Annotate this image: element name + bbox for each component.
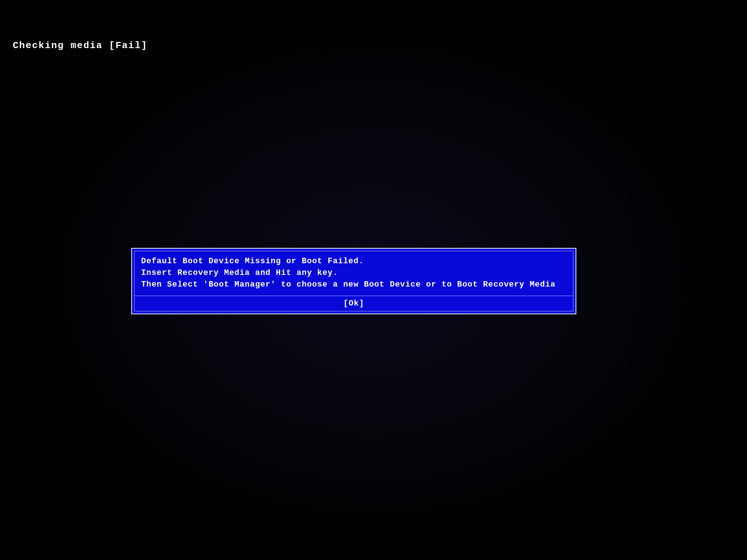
dialog-line-1: Default Boot Device Missing or Boot Fail… (141, 256, 566, 267)
dialog-inner-border: Default Boot Device Missing or Boot Fail… (134, 251, 573, 311)
boot-error-dialog: Default Boot Device Missing or Boot Fail… (131, 248, 576, 314)
ok-button[interactable]: [Ok] (344, 299, 364, 308)
dialog-line-2: Insert Recovery Media and Hit any key. (141, 267, 566, 279)
dialog-message-area: Default Boot Device Missing or Boot Fail… (135, 251, 573, 296)
bios-screen: Checking media [Fail] Default Boot Devic… (0, 0, 747, 560)
status-message: Checking media [Fail] (13, 40, 148, 51)
dialog-button-row: [Ok] (135, 296, 573, 311)
dialog-line-3: Then Select 'Boot Manager' to choose a n… (141, 279, 566, 291)
